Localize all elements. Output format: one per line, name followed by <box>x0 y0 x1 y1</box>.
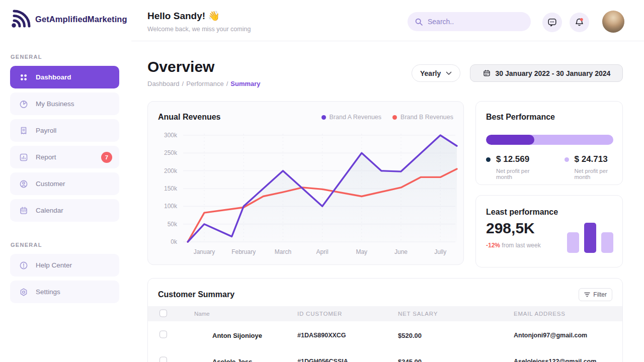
legend-label: Brand B Revenues <box>400 114 453 121</box>
date-range-picker[interactable]: 30 January 2022 - 30 January 2024 <box>470 64 623 82</box>
svg-text:100k: 100k <box>164 203 178 210</box>
breadcrumb-performance[interactable]: Performance <box>186 80 223 87</box>
legend-dot-brand-a <box>321 115 326 120</box>
table-header-row: Name ID CUSTOMER NET SALARY EMAIL ADDRES… <box>148 306 622 321</box>
stat-net-profit-b: $ 24.713 Net profit per month <box>565 154 623 180</box>
best-performance-title: Best Performance <box>486 113 555 122</box>
sidebar-item-settings[interactable]: Settings <box>10 281 119 303</box>
mini-bar <box>601 232 613 253</box>
customer-salary: $520.00 <box>398 332 422 339</box>
legend-dot-brand-b <box>392 115 397 120</box>
legend-brand-b: Brand B Revenues <box>392 114 453 121</box>
sidebar-item-calendar[interactable]: Calendar <box>10 199 119 222</box>
svg-text:April: April <box>316 248 329 255</box>
sidebar-item-help-center[interactable]: Help Center <box>10 254 119 277</box>
legend-brand-a: Brand A Revenues <box>321 114 382 121</box>
sidebar-item-label: Report <box>36 153 56 161</box>
pie-chart-icon <box>19 99 29 109</box>
notifications-button[interactable] <box>570 13 589 32</box>
messages-button[interactable] <box>542 13 562 32</box>
sidebar-item-label: Help Center <box>36 261 72 269</box>
svg-text:300k: 300k <box>164 132 178 139</box>
header-divider <box>131 41 644 41</box>
svg-text:Jully: Jully <box>434 248 446 255</box>
sidebar-item-dashboard[interactable]: Dashboard <box>10 66 119 88</box>
svg-text:50k: 50k <box>168 221 178 228</box>
stat-value: $ 12.569 <box>496 154 529 164</box>
bell-icon <box>574 17 585 28</box>
logo[interactable]: GetAmplifiedMarketing <box>9 8 127 30</box>
gear-icon <box>19 287 29 297</box>
annual-revenues-card: Anual Revenues Brand A Revenues Brand B … <box>147 101 464 265</box>
breadcrumb: Dashboard/Performance/Summary <box>147 80 261 87</box>
sidebar-item-my-business[interactable]: My Business <box>10 93 119 115</box>
column-header-name: Name <box>194 311 210 317</box>
period-dropdown[interactable]: Yearly <box>412 64 460 82</box>
breadcrumb-summary[interactable]: Summary <box>230 80 260 87</box>
column-header-id: ID CUSTOMER <box>297 311 342 317</box>
search-icon <box>415 18 423 26</box>
legend-label: Brand A Revenues <box>330 114 382 121</box>
svg-text:0k: 0k <box>171 238 178 245</box>
svg-text:150k: 150k <box>164 185 178 192</box>
customer-id: #1DGH056CSSIA <box>297 358 348 362</box>
receipt-icon <box>19 126 29 136</box>
table-row[interactable]: Aselole Joss #1DGH056CSSIA $345.00 Aselo… <box>148 348 622 362</box>
svg-text:May: May <box>356 248 367 255</box>
sidebar-item-report[interactable]: Report 7 <box>10 146 119 168</box>
delta-note: from last week <box>500 242 541 249</box>
sidebar-item-label: My Business <box>36 100 74 108</box>
customer-summary-title: Customer Summary <box>158 290 234 299</box>
row-checkbox[interactable] <box>159 357 167 362</box>
stat-value: $ 24.713 <box>575 154 608 164</box>
column-header-email: EMAIL ADDRESS <box>514 311 566 317</box>
sidebar-item-label: Customer <box>36 180 65 188</box>
least-performance-card: Least performance 298,5K -12% from last … <box>475 195 623 267</box>
sidebar-item-payroll[interactable]: Payroll <box>10 119 119 142</box>
sidebar-section-general-2: GENERAL <box>11 242 42 248</box>
sidebar: GetAmplifiedMarketing GENERAL Dashboard … <box>0 0 131 362</box>
date-range-value: 30 January 2022 - 30 January 2024 <box>496 69 611 77</box>
filter-button[interactable]: Filter <box>579 288 612 301</box>
help-icon <box>19 260 29 270</box>
greeting-subtitle: Welcome back, we miss your coming <box>147 26 251 33</box>
sidebar-item-label: Dashboard <box>36 73 71 81</box>
filter-icon <box>584 292 590 297</box>
bar-chart-icon <box>19 152 29 162</box>
stat-label: Net profit per month <box>575 168 623 180</box>
revenue-line-chart: 0k50k100k150k200k250k300kJanuaryFebruary… <box>153 126 459 260</box>
least-performance-value: 298,5K <box>486 220 535 237</box>
sidebar-item-customer[interactable]: Customer <box>10 172 119 195</box>
select-all-checkbox[interactable] <box>159 310 167 317</box>
customer-salary: $345.00 <box>398 358 422 362</box>
page-title: Overview <box>147 58 214 75</box>
search-input[interactable] <box>428 18 524 26</box>
delta-percent: -12% <box>486 242 500 249</box>
row-checkbox[interactable] <box>159 331 167 338</box>
customer-name: Anton Sijonioye <box>212 332 262 339</box>
stat-dot-b <box>565 157 569 162</box>
sidebar-item-label: Calendar <box>36 207 63 214</box>
svg-text:February: February <box>231 248 256 255</box>
table-row[interactable]: Anton Sijonioye #1DAS890XXCG $520.00 Ant… <box>148 322 622 348</box>
mini-bar-chart <box>567 222 613 253</box>
customer-id: #1DAS890XXCG <box>297 332 346 339</box>
grid-icon <box>19 72 29 82</box>
period-value: Yearly <box>420 69 441 77</box>
svg-text:250k: 250k <box>164 149 178 156</box>
least-performance-title: Least performance <box>486 208 558 217</box>
chevron-down-icon <box>446 71 452 75</box>
svg-text:200k: 200k <box>164 167 178 174</box>
best-performance-card: Best Performance $ 12.569 Net profit per… <box>475 101 623 185</box>
user-avatar[interactable] <box>602 11 624 33</box>
stat-label: Net profit per month <box>496 168 544 180</box>
customer-email: Aselolejoss122@gmail.com <box>514 358 596 362</box>
mini-bar <box>567 232 579 253</box>
calendar-icon <box>19 206 29 216</box>
search-bar[interactable] <box>408 12 531 31</box>
report-badge: 7 <box>101 152 112 163</box>
filter-label: Filter <box>593 291 607 298</box>
brand-name: GetAmplifiedMarketing <box>35 15 127 24</box>
breadcrumb-dashboard[interactable]: Dashboard <box>147 80 180 87</box>
customer-email: Antonjoni97@gmail.com <box>514 332 587 339</box>
